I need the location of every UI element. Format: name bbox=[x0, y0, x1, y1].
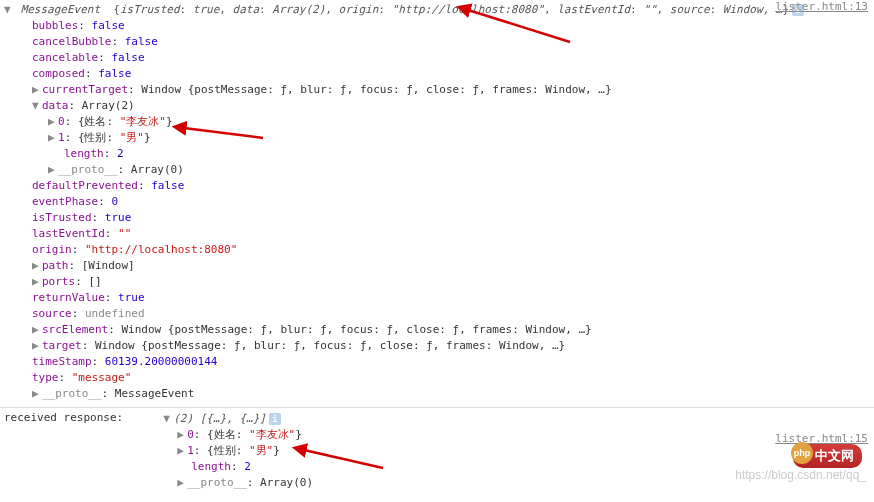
expand-toggle[interactable]: ▶ bbox=[177, 443, 187, 459]
expand-toggle[interactable]: ▶ bbox=[48, 162, 58, 178]
prop-source[interactable]: source: undefined bbox=[4, 306, 870, 322]
console-output: ▼ MessageEvent {isTrusted: true, data: A… bbox=[0, 0, 874, 404]
prop-origin[interactable]: origin: "http://localhost:8080" bbox=[4, 242, 870, 258]
expand-toggle[interactable]: ▼ bbox=[32, 98, 42, 114]
data-item-0[interactable]: ▶0: {姓名: "李友冰"} bbox=[163, 427, 313, 443]
expand-toggle[interactable]: ▼ bbox=[4, 2, 14, 18]
prop-proto-array[interactable]: ▶__proto__: Array(0) bbox=[4, 162, 870, 178]
data-item-0[interactable]: ▶0: {姓名: "李友冰"} bbox=[4, 114, 870, 130]
prop-path[interactable]: ▶path: [Window] bbox=[4, 258, 870, 274]
expand-toggle[interactable]: ▶ bbox=[32, 338, 42, 354]
prop-lastEventId[interactable]: lastEventId: "" bbox=[4, 226, 870, 242]
prop-isTrusted[interactable]: isTrusted: true bbox=[4, 210, 870, 226]
array-header[interactable]: ▼(2) [{…}, {…}]i bbox=[163, 411, 313, 427]
prop-defaultPrevented[interactable]: defaultPrevented: false bbox=[4, 178, 870, 194]
object-type: MessageEvent bbox=[21, 3, 100, 16]
prop-timeStamp[interactable]: timeStamp: 60139.20000000144 bbox=[4, 354, 870, 370]
expand-toggle[interactable]: ▶ bbox=[32, 274, 42, 290]
prop-eventPhase[interactable]: eventPhase: 0 bbox=[4, 194, 870, 210]
prop-length[interactable]: length: 2 bbox=[4, 146, 870, 162]
expand-toggle[interactable]: ▼ bbox=[163, 411, 173, 427]
expand-toggle[interactable]: ▶ bbox=[32, 258, 42, 274]
prop-composed[interactable]: composed: false bbox=[4, 66, 870, 82]
expand-toggle[interactable]: ▶ bbox=[48, 114, 58, 130]
prop-currentTarget[interactable]: ▶currentTarget: Window {postMessage: ƒ, … bbox=[4, 82, 870, 98]
prop-cancelable[interactable]: cancelable: false bbox=[4, 50, 870, 66]
divider bbox=[0, 407, 874, 408]
prop-type[interactable]: type: "message" bbox=[4, 370, 870, 386]
prop-returnValue[interactable]: returnValue: true bbox=[4, 290, 870, 306]
expand-toggle[interactable]: ▶ bbox=[32, 322, 42, 338]
expand-toggle[interactable]: ▶ bbox=[177, 475, 187, 491]
prop-srcElement[interactable]: ▶srcElement: Window {postMessage: ƒ, blu… bbox=[4, 322, 870, 338]
prop-proto[interactable]: ▶__proto__: Array(0) bbox=[163, 475, 313, 491]
expand-toggle[interactable]: ▶ bbox=[48, 130, 58, 146]
prop-data[interactable]: ▼data: Array(2) bbox=[4, 98, 870, 114]
info-icon[interactable]: i bbox=[269, 413, 281, 425]
prop-target[interactable]: ▶target: Window {postMessage: ƒ, blur: ƒ… bbox=[4, 338, 870, 354]
object-header[interactable]: ▼ MessageEvent {isTrusted: true, data: A… bbox=[4, 2, 870, 18]
source-link[interactable]: lister.html:13 bbox=[775, 0, 868, 13]
watermark: https://blog.csdn.net/qq_ bbox=[735, 468, 866, 482]
prop-ports[interactable]: ▶ports: [] bbox=[4, 274, 870, 290]
prop-cancelBubble[interactable]: cancelBubble: false bbox=[4, 34, 870, 50]
expand-toggle[interactable]: ▶ bbox=[32, 386, 42, 402]
expand-toggle[interactable]: ▶ bbox=[32, 82, 42, 98]
prop-bubbles[interactable]: bubbles: false bbox=[4, 18, 870, 34]
data-item-1[interactable]: ▶1: {性别: "男"} bbox=[4, 130, 870, 146]
data-item-1[interactable]: ▶1: {性别: "男"} bbox=[163, 443, 313, 459]
log-label: received response: bbox=[4, 411, 163, 424]
php-cn-logo: 中文网 bbox=[793, 444, 862, 468]
expand-toggle[interactable]: ▶ bbox=[177, 427, 187, 443]
prop-proto[interactable]: ▶__proto__: MessageEvent bbox=[4, 386, 870, 402]
prop-length[interactable]: length: 2 bbox=[163, 459, 313, 475]
